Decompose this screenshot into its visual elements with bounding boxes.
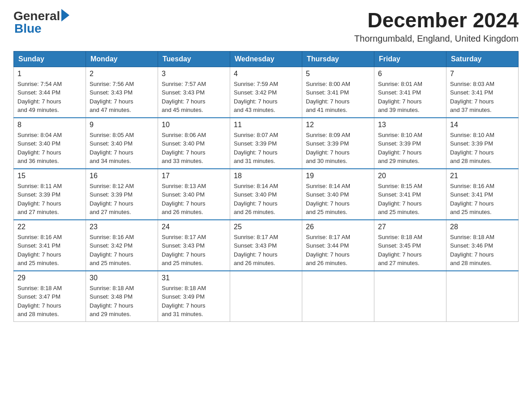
day-info: Sunrise: 8:14 AM Sunset: 3:40 PM Dayligh… <box>234 182 298 217</box>
table-row: 31 Sunrise: 8:18 AM Sunset: 3:49 PM Dayl… <box>158 271 230 322</box>
day-number: 3 <box>162 70 226 78</box>
col-saturday: Saturday <box>446 51 519 67</box>
day-number: 23 <box>90 223 154 231</box>
day-number: 22 <box>17 223 82 231</box>
table-row: 3 Sunrise: 7:57 AM Sunset: 3:43 PM Dayli… <box>158 67 230 118</box>
table-row: 28 Sunrise: 8:18 AM Sunset: 3:46 PM Dayl… <box>446 220 519 271</box>
table-row: 13 Sunrise: 8:10 AM Sunset: 3:39 PM Dayl… <box>374 118 446 169</box>
table-row: 27 Sunrise: 8:18 AM Sunset: 3:45 PM Dayl… <box>374 220 446 271</box>
table-row <box>446 271 519 322</box>
day-number: 8 <box>17 121 82 129</box>
day-number: 1 <box>17 70 82 78</box>
day-info: Sunrise: 8:11 AM Sunset: 3:39 PM Dayligh… <box>17 182 82 217</box>
table-row: 9 Sunrise: 8:05 AM Sunset: 3:40 PM Dayli… <box>86 118 158 169</box>
col-friday: Friday <box>374 51 446 67</box>
col-wednesday: Wednesday <box>230 51 302 67</box>
day-info: Sunrise: 8:01 AM Sunset: 3:41 PM Dayligh… <box>378 80 442 115</box>
day-info: Sunrise: 8:16 AM Sunset: 3:41 PM Dayligh… <box>17 233 82 268</box>
table-row: 20 Sunrise: 8:15 AM Sunset: 3:41 PM Dayl… <box>374 169 446 220</box>
day-info: Sunrise: 8:18 AM Sunset: 3:48 PM Dayligh… <box>90 284 154 319</box>
day-info: Sunrise: 8:16 AM Sunset: 3:41 PM Dayligh… <box>450 182 515 217</box>
day-number: 2 <box>90 70 154 78</box>
col-tuesday: Tuesday <box>158 51 230 67</box>
day-info: Sunrise: 8:17 AM Sunset: 3:43 PM Dayligh… <box>162 233 226 268</box>
day-number: 5 <box>306 70 370 78</box>
day-number: 11 <box>234 121 298 129</box>
table-row: 6 Sunrise: 8:01 AM Sunset: 3:41 PM Dayli… <box>374 67 446 118</box>
day-info: Sunrise: 8:17 AM Sunset: 3:44 PM Dayligh… <box>306 233 370 268</box>
col-thursday: Thursday <box>302 51 374 67</box>
day-number: 13 <box>378 121 442 129</box>
table-row: 1 Sunrise: 7:54 AM Sunset: 3:44 PM Dayli… <box>14 67 86 118</box>
location-subtitle: Thorngumbald, England, United Kingdom <box>354 34 519 44</box>
day-number: 24 <box>162 223 226 231</box>
day-number: 16 <box>90 172 154 180</box>
day-info: Sunrise: 8:17 AM Sunset: 3:43 PM Dayligh… <box>234 233 298 268</box>
day-number: 9 <box>90 121 154 129</box>
day-info: Sunrise: 8:16 AM Sunset: 3:42 PM Dayligh… <box>90 233 154 268</box>
day-number: 26 <box>306 223 370 231</box>
calendar-week-5: 29 Sunrise: 8:18 AM Sunset: 3:47 PM Dayl… <box>14 271 519 322</box>
calendar-week-1: 1 Sunrise: 7:54 AM Sunset: 3:44 PM Dayli… <box>14 67 519 118</box>
table-row: 22 Sunrise: 8:16 AM Sunset: 3:41 PM Dayl… <box>14 220 86 271</box>
logo: General Blue <box>13 9 69 36</box>
table-row: 15 Sunrise: 8:11 AM Sunset: 3:39 PM Dayl… <box>14 169 86 220</box>
day-number: 7 <box>450 70 515 78</box>
table-row: 23 Sunrise: 8:16 AM Sunset: 3:42 PM Dayl… <box>86 220 158 271</box>
title-block: December 2024 Thorngumbald, England, Uni… <box>354 9 519 44</box>
day-number: 14 <box>450 121 515 129</box>
day-number: 19 <box>306 172 370 180</box>
calendar-week-2: 8 Sunrise: 8:04 AM Sunset: 3:40 PM Dayli… <box>14 118 519 169</box>
col-monday: Monday <box>86 51 158 67</box>
day-number: 21 <box>450 172 515 180</box>
col-sunday: Sunday <box>14 51 86 67</box>
table-row: 19 Sunrise: 8:14 AM Sunset: 3:40 PM Dayl… <box>302 169 374 220</box>
calendar-week-4: 22 Sunrise: 8:16 AM Sunset: 3:41 PM Dayl… <box>14 220 519 271</box>
day-info: Sunrise: 8:09 AM Sunset: 3:39 PM Dayligh… <box>306 131 370 166</box>
day-number: 15 <box>17 172 82 180</box>
day-info: Sunrise: 8:07 AM Sunset: 3:39 PM Dayligh… <box>234 131 298 166</box>
logo-arrow-icon <box>61 9 69 21</box>
day-number: 12 <box>306 121 370 129</box>
day-number: 27 <box>378 223 442 231</box>
table-row: 30 Sunrise: 8:18 AM Sunset: 3:48 PM Dayl… <box>86 271 158 322</box>
day-info: Sunrise: 8:06 AM Sunset: 3:40 PM Dayligh… <box>162 131 226 166</box>
day-info: Sunrise: 8:10 AM Sunset: 3:39 PM Dayligh… <box>450 131 515 166</box>
table-row: 21 Sunrise: 8:16 AM Sunset: 3:41 PM Dayl… <box>446 169 519 220</box>
day-info: Sunrise: 7:59 AM Sunset: 3:42 PM Dayligh… <box>234 80 298 115</box>
calendar-header-row: Sunday Monday Tuesday Wednesday Thursday… <box>14 51 519 67</box>
table-row: 25 Sunrise: 8:17 AM Sunset: 3:43 PM Dayl… <box>230 220 302 271</box>
day-info: Sunrise: 7:57 AM Sunset: 3:43 PM Dayligh… <box>162 80 226 115</box>
day-info: Sunrise: 8:18 AM Sunset: 3:47 PM Dayligh… <box>17 284 82 319</box>
day-number: 31 <box>162 274 226 282</box>
table-row: 14 Sunrise: 8:10 AM Sunset: 3:39 PM Dayl… <box>446 118 519 169</box>
table-row: 5 Sunrise: 8:00 AM Sunset: 3:41 PM Dayli… <box>302 67 374 118</box>
table-row: 2 Sunrise: 7:56 AM Sunset: 3:43 PM Dayli… <box>86 67 158 118</box>
table-row <box>374 271 446 322</box>
table-row: 11 Sunrise: 8:07 AM Sunset: 3:39 PM Dayl… <box>230 118 302 169</box>
table-row: 24 Sunrise: 8:17 AM Sunset: 3:43 PM Dayl… <box>158 220 230 271</box>
month-year-title: December 2024 <box>354 9 519 32</box>
table-row: 4 Sunrise: 7:59 AM Sunset: 3:42 PM Dayli… <box>230 67 302 118</box>
day-info: Sunrise: 8:04 AM Sunset: 3:40 PM Dayligh… <box>17 131 82 166</box>
logo-blue-text: Blue <box>14 21 42 36</box>
day-info: Sunrise: 8:18 AM Sunset: 3:46 PM Dayligh… <box>450 233 515 268</box>
day-number: 6 <box>378 70 442 78</box>
table-row <box>230 271 302 322</box>
day-info: Sunrise: 8:13 AM Sunset: 3:40 PM Dayligh… <box>162 182 226 217</box>
day-info: Sunrise: 8:18 AM Sunset: 3:45 PM Dayligh… <box>378 233 442 268</box>
day-info: Sunrise: 7:56 AM Sunset: 3:43 PM Dayligh… <box>90 80 154 115</box>
day-info: Sunrise: 8:12 AM Sunset: 3:39 PM Dayligh… <box>90 182 154 217</box>
table-row: 8 Sunrise: 8:04 AM Sunset: 3:40 PM Dayli… <box>14 118 86 169</box>
table-row: 26 Sunrise: 8:17 AM Sunset: 3:44 PM Dayl… <box>302 220 374 271</box>
day-number: 28 <box>450 223 515 231</box>
day-number: 18 <box>234 172 298 180</box>
table-row: 10 Sunrise: 8:06 AM Sunset: 3:40 PM Dayl… <box>158 118 230 169</box>
day-number: 10 <box>162 121 226 129</box>
table-row: 12 Sunrise: 8:09 AM Sunset: 3:39 PM Dayl… <box>302 118 374 169</box>
day-number: 25 <box>234 223 298 231</box>
calendar-table: Sunday Monday Tuesday Wednesday Thursday… <box>13 51 519 322</box>
day-number: 20 <box>378 172 442 180</box>
table-row: 16 Sunrise: 8:12 AM Sunset: 3:39 PM Dayl… <box>86 169 158 220</box>
day-info: Sunrise: 8:15 AM Sunset: 3:41 PM Dayligh… <box>378 182 442 217</box>
